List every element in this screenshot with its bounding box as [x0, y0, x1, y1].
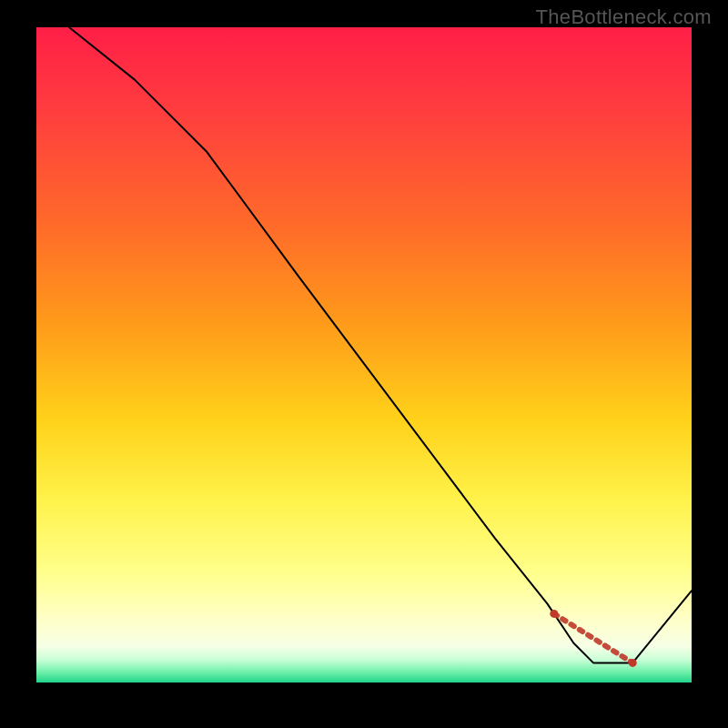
watermark-text: TheBottleneck.com — [536, 5, 712, 29]
plot-background — [36, 27, 692, 682]
highlight-dot-left — [550, 610, 558, 618]
chart-frame: TheBottleneck.com — [0, 0, 728, 728]
highlight-dot-right — [629, 659, 637, 667]
bottleneck-chart — [0, 0, 728, 728]
